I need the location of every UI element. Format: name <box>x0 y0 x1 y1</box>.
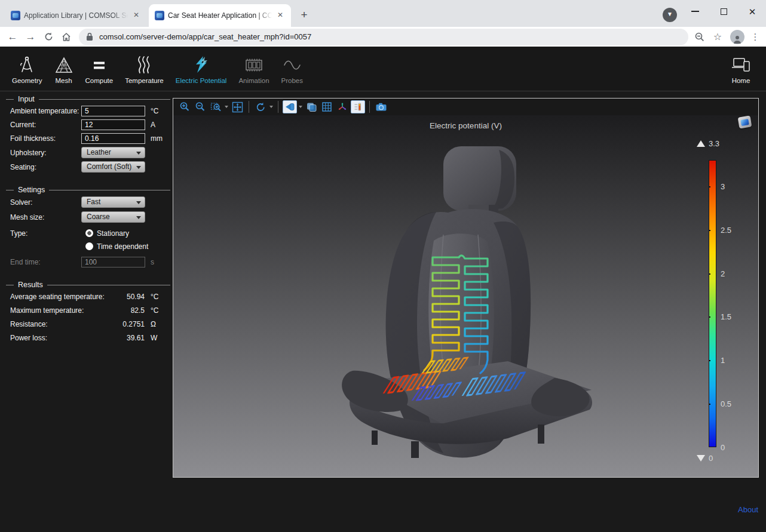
sine-wave-icon <box>282 55 302 75</box>
dropdown-value: Coarse <box>87 213 110 221</box>
rotate-dropdown[interactable] <box>268 100 274 113</box>
snapshot-button[interactable] <box>374 100 388 113</box>
url-omnibox[interactable]: comsol.com/server-demo/app/car_seat_heat… <box>79 29 688 45</box>
reload-button[interactable] <box>39 29 57 45</box>
ribbon-mesh-button[interactable]: Mesh <box>48 50 79 88</box>
scene-light-dropdown[interactable] <box>298 100 304 113</box>
field-mesh-size: Mesh size: Coarse <box>0 211 173 223</box>
zoom-box-button[interactable] <box>209 100 223 113</box>
field-unit: s <box>151 256 154 268</box>
legend-tick-label: 2 <box>721 269 725 278</box>
app-ribbon: Geometry Mesh Compute Temperature <box>0 47 766 91</box>
ribbon-home-button[interactable]: Home <box>724 50 758 88</box>
legend-max-marker: 3.3 <box>697 139 719 148</box>
result-label: Power loss: <box>10 332 47 344</box>
ribbon-compute-button[interactable]: Compute <box>79 50 120 88</box>
solver-dropdown[interactable]: Fast <box>81 196 145 208</box>
heat-waves-icon <box>134 55 154 75</box>
graphics-toolbar <box>173 99 758 115</box>
window-minimize-button[interactable] <box>681 0 709 23</box>
home-button[interactable] <box>57 29 75 45</box>
legend-tick <box>709 316 710 318</box>
end-time-input <box>81 257 145 267</box>
zoom-extents-button[interactable] <box>230 100 244 113</box>
zoom-out-page-icon[interactable] <box>694 32 705 42</box>
axis-orientation-button[interactable] <box>335 100 350 113</box>
time-dependent-radio[interactable] <box>85 242 93 250</box>
addressbar-actions: ☆ ⋮ <box>694 30 761 44</box>
browser-menu-icon[interactable]: ⋮ <box>749 32 761 42</box>
bookmark-star-icon[interactable]: ☆ <box>710 31 725 42</box>
mesh-triangle-icon <box>54 55 73 75</box>
legend-min-marker: 0 <box>697 454 713 463</box>
foil-thickness-input[interactable] <box>81 133 145 144</box>
result-resistance: Resistance: 0.2751 Ω <box>0 318 173 330</box>
result-label: Maximum temperature: <box>10 305 84 316</box>
toolbar-separator <box>278 101 278 113</box>
comsol-favicon <box>155 11 164 20</box>
upholstery-dropdown[interactable]: Leather <box>81 147 145 158</box>
back-button[interactable]: ← <box>4 29 22 45</box>
scene-light-button[interactable] <box>283 100 297 113</box>
ambient-temperature-input[interactable] <box>81 106 145 116</box>
plot-canvas[interactable]: Electric potential (V) 3.3 3 2.5 2 1.5 1… <box>173 115 758 477</box>
color-legend-bar <box>709 160 716 447</box>
stationary-radio[interactable] <box>85 229 93 237</box>
ribbon-electric-potential-button[interactable]: Electric Potential <box>170 50 233 88</box>
film-strip-icon <box>244 55 264 75</box>
current-input[interactable] <box>81 119 145 130</box>
radio-label: Stationary <box>97 227 129 239</box>
browser-tab-inactive[interactable]: Application Library | COMSOL Se ✕ <box>5 4 147 27</box>
triangle-up-icon <box>697 140 705 147</box>
chevron-down-icon <box>269 106 273 108</box>
color-legend-toggle-button[interactable] <box>351 100 365 113</box>
legend-tick-label: 1 <box>721 356 725 365</box>
camera-icon <box>375 102 387 112</box>
result-value: 50.94 <box>78 291 145 303</box>
comsol-logo[interactable] <box>738 115 752 128</box>
field-label: Type: <box>10 227 27 239</box>
ribbon-geometry-button[interactable]: Geometry <box>6 50 48 88</box>
legend-tick-label: 0.5 <box>721 399 731 408</box>
forward-button[interactable]: → <box>22 29 39 45</box>
profile-avatar[interactable] <box>730 30 744 44</box>
field-unit: A <box>151 119 155 131</box>
close-icon: ✕ <box>749 7 756 16</box>
rotate-view-button[interactable] <box>253 100 268 113</box>
result-value: 0.2751 <box>78 318 145 330</box>
toolbar-separator <box>249 101 249 113</box>
scene-light-icon <box>284 102 295 112</box>
result-maximum-temperature: Maximum temperature: 82.5 °C <box>0 305 173 316</box>
zoom-out-button[interactable] <box>193 100 207 113</box>
zoom-in-button[interactable] <box>177 100 192 113</box>
color-legend-icon <box>353 102 363 112</box>
transparency-button[interactable] <box>304 100 318 113</box>
mesh-size-dropdown[interactable]: Coarse <box>81 211 145 223</box>
compute-equals-icon <box>90 55 108 75</box>
result-unit: W <box>151 332 157 344</box>
ribbon-temperature-button[interactable]: Temperature <box>119 50 170 88</box>
browser-tab-active[interactable]: Car Seat Heater Application | CO ✕ <box>149 4 291 27</box>
tab-close-icon[interactable]: ✕ <box>275 11 285 20</box>
section-header-input: Input <box>6 95 170 103</box>
ribbon-label: Mesh <box>55 77 72 84</box>
new-tab-button[interactable]: + <box>296 8 312 23</box>
zoom-box-dropdown[interactable] <box>223 100 229 113</box>
chevron-down-icon <box>136 152 141 155</box>
tab-close-icon[interactable]: ✕ <box>131 11 141 20</box>
graphics-panel: Electric potential (V) 3.3 3 2.5 2 1.5 1… <box>173 98 759 478</box>
ribbon-label: Home <box>732 77 750 84</box>
result-average-temperature: Average seating temperature: 50.94 °C <box>0 291 173 303</box>
tab-title: Car Seat Heater Application | CO <box>168 11 272 20</box>
window-maximize-button[interactable] <box>710 0 737 23</box>
tab-search-button[interactable]: ▼ <box>663 8 677 22</box>
field-unit: °C <box>151 105 158 117</box>
about-link[interactable]: About <box>738 505 758 514</box>
field-label: Solver: <box>10 196 32 208</box>
window-close-button[interactable]: ✕ <box>739 0 766 23</box>
result-unit: °C <box>151 305 158 316</box>
seating-dropdown[interactable]: Comfort (Soft) <box>81 161 145 173</box>
chevron-down-icon <box>225 106 228 108</box>
home-icon <box>61 32 72 42</box>
show-grid-button[interactable] <box>320 100 334 113</box>
